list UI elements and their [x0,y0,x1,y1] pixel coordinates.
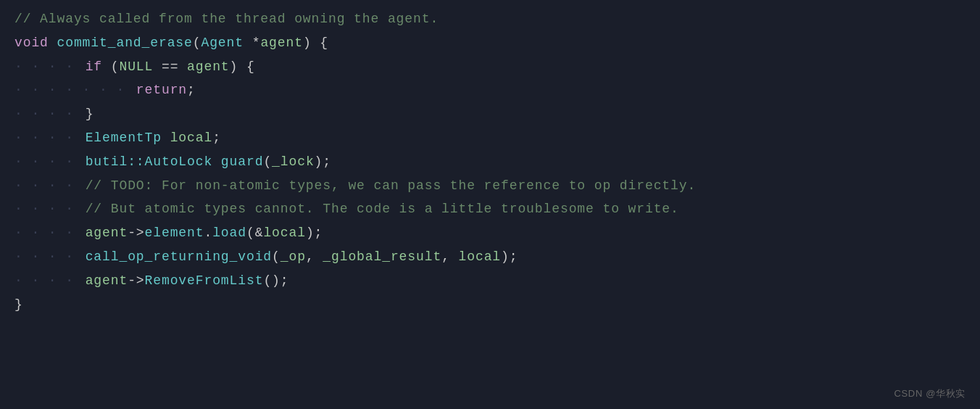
comment-line-1: // Always called from the thread owning … [14,9,439,30]
code-line-3: · · · · if (NULL == agent) { [0,55,980,79]
code-line-10: · · · · agent->element.load(&local); [0,221,980,245]
func-name: commit_and_erase [57,33,193,54]
code-line-5: · · · · } [0,102,980,126]
code-container: // Always called from the thread owning … [0,0,980,409]
keyword-void: void [14,33,49,54]
code-line-1: // Always called from the thread owning … [0,7,980,31]
code-line-4: · · · · · · · return; [0,78,980,102]
code-line-6: · · · · ElementTp local; [0,126,980,150]
code-line-9: · · · · // But atomic types cannot. The … [0,197,980,221]
code-line-12: · · · · agent->RemoveFromList(); [0,269,980,293]
code-line-13: } [0,293,980,317]
code-line-7: · · · · butil::AutoLock guard(_lock); [0,150,980,174]
code-line-11: · · · · call_op_returning_void(_op, _glo… [0,245,980,269]
code-line-8: · · · · // TODO: For non-atomic types, w… [0,174,980,198]
code-line-2: void commit_and_erase(Agent *agent) { [0,31,980,55]
watermark: CSDN @华秋实 [894,387,966,402]
